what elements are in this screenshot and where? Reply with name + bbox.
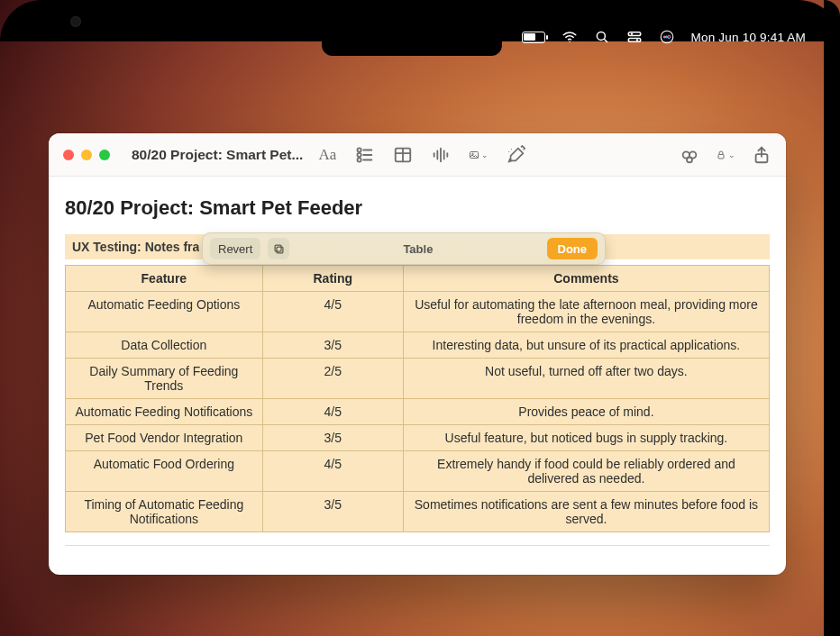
- feedback-table[interactable]: Feature Rating Comments Automatic Feedin…: [65, 265, 770, 532]
- svg-point-1: [597, 32, 605, 40]
- table-cell[interactable]: Data Collection: [66, 332, 263, 359]
- window-titlebar: 80/20 Project: Smart Pet... Aa ⌄: [49, 133, 786, 177]
- window-controls: [49, 150, 124, 160]
- svg-point-6: [635, 39, 637, 41]
- table-cell[interactable]: Interesting data, but unsure of its prac…: [403, 332, 769, 359]
- table-cell[interactable]: Pet Food Vendor Integration: [66, 425, 263, 451]
- audio-waveform-icon[interactable]: [431, 145, 451, 165]
- table-row[interactable]: Timing of Automatic Feeding Notification…: [66, 492, 770, 532]
- table-header[interactable]: Feature: [66, 266, 263, 292]
- link-icon[interactable]: [680, 145, 699, 165]
- checklist-icon[interactable]: [355, 145, 375, 165]
- svg-point-10: [358, 152, 361, 156]
- table-cell[interactable]: Automatic Food Ordering: [66, 451, 263, 492]
- toolbar-right: ⌄: [680, 145, 786, 165]
- window-title: 80/20 Project: Smart Pet...: [132, 147, 303, 163]
- wifi-icon[interactable]: [562, 29, 578, 45]
- siri-icon[interactable]: [659, 29, 675, 45]
- table-cell[interactable]: Sometimes notifications are sent a few m…: [403, 492, 769, 532]
- page-title: 80/20 Project: Smart Pet Feeder: [65, 196, 770, 220]
- battery-icon[interactable]: [522, 32, 545, 43]
- svg-rect-29: [718, 154, 724, 159]
- table-cell[interactable]: 4/5: [262, 399, 403, 425]
- svg-rect-4: [628, 39, 641, 42]
- svg-point-8: [358, 148, 361, 151]
- svg-rect-3: [628, 32, 641, 36]
- table-row[interactable]: Data Collection 3/5 Interesting data, bu…: [66, 332, 770, 359]
- divider: [65, 545, 770, 546]
- table-cell[interactable]: 3/5: [262, 332, 403, 359]
- svg-point-28: [687, 157, 692, 162]
- table-cell[interactable]: 4/5: [262, 451, 403, 492]
- svg-point-0: [569, 41, 571, 43]
- copy-icon[interactable]: [268, 238, 289, 259]
- table-row[interactable]: Automatic Food Ordering 4/5 Extremely ha…: [66, 451, 770, 492]
- minimize-button[interactable]: [81, 150, 92, 160]
- svg-point-7: [661, 31, 673, 43]
- table-row[interactable]: Daily Summary of Feeding Trends 2/5 Not …: [66, 359, 770, 399]
- table-cell[interactable]: Automatic Feeding Options: [66, 292, 263, 332]
- table-cell[interactable]: 4/5: [262, 292, 403, 332]
- table-cell[interactable]: Automatic Feeding Notifications: [66, 399, 263, 425]
- chevron-down-icon: ⌄: [481, 150, 488, 159]
- menubar: Mon Jun 10 9:41 AM: [0, 25, 824, 49]
- share-icon[interactable]: [752, 145, 772, 165]
- media-icon[interactable]: ⌄: [469, 145, 488, 165]
- svg-point-24: [511, 149, 512, 150]
- table-cell[interactable]: Useful for automating the late afternoon…: [403, 292, 769, 332]
- chevron-down-icon: ⌄: [728, 150, 735, 159]
- revert-button[interactable]: Revert: [210, 238, 260, 259]
- close-button[interactable]: [63, 150, 74, 160]
- control-center-icon[interactable]: [626, 29, 643, 45]
- suggestion-title: Table: [289, 242, 546, 256]
- svg-rect-32: [275, 245, 281, 251]
- lock-icon[interactable]: ⌄: [716, 145, 735, 165]
- table-cell[interactable]: 3/5: [262, 492, 403, 532]
- notes-window: 80/20 Project: Smart Pet... Aa ⌄: [49, 133, 786, 575]
- table-icon[interactable]: [393, 145, 413, 165]
- table-row[interactable]: Automatic Feeding Options 4/5 Useful for…: [66, 292, 770, 332]
- svg-point-12: [358, 158, 361, 161]
- table-row[interactable]: Automatic Feeding Notifications 4/5 Prov…: [66, 399, 770, 425]
- table-cell[interactable]: Useful feature, but noticed bugs in supp…: [403, 425, 769, 451]
- menubar-clock[interactable]: Mon Jun 10 9:41 AM: [691, 31, 806, 44]
- table-cell[interactable]: Daily Summary of Feeding Trends: [66, 359, 263, 399]
- table-header[interactable]: Comments: [403, 266, 769, 292]
- svg-point-25: [509, 150, 510, 151]
- svg-point-5: [630, 32, 632, 34]
- table-cell[interactable]: Extremely handy if food could be reliabl…: [403, 451, 769, 492]
- table-header[interactable]: Rating: [262, 266, 403, 292]
- table-header-row: Feature Rating Comments: [66, 266, 770, 292]
- zoom-button[interactable]: [99, 150, 110, 160]
- table-cell[interactable]: Not useful, turned off after two days.: [403, 359, 769, 399]
- toolbar-center: Aa ⌄: [317, 145, 526, 165]
- table-cell[interactable]: Timing of Automatic Feeding Notification…: [66, 492, 263, 532]
- done-button[interactable]: Done: [547, 238, 598, 259]
- table-row[interactable]: Pet Food Vendor Integration 3/5 Useful f…: [66, 425, 770, 451]
- writing-tools-icon[interactable]: [507, 145, 526, 165]
- table-cell[interactable]: 2/5: [262, 359, 403, 399]
- smart-suggestion-bar: Revert Table Done: [202, 232, 606, 265]
- spotlight-icon[interactable]: [594, 29, 610, 45]
- svg-rect-31: [277, 247, 283, 253]
- table-cell[interactable]: 3/5: [262, 425, 403, 451]
- table-cell[interactable]: Provides peace of mind.: [403, 399, 769, 425]
- laptop-bezel-right: [824, 0, 840, 636]
- svg-line-2: [604, 39, 607, 42]
- format-icon[interactable]: Aa: [317, 145, 337, 165]
